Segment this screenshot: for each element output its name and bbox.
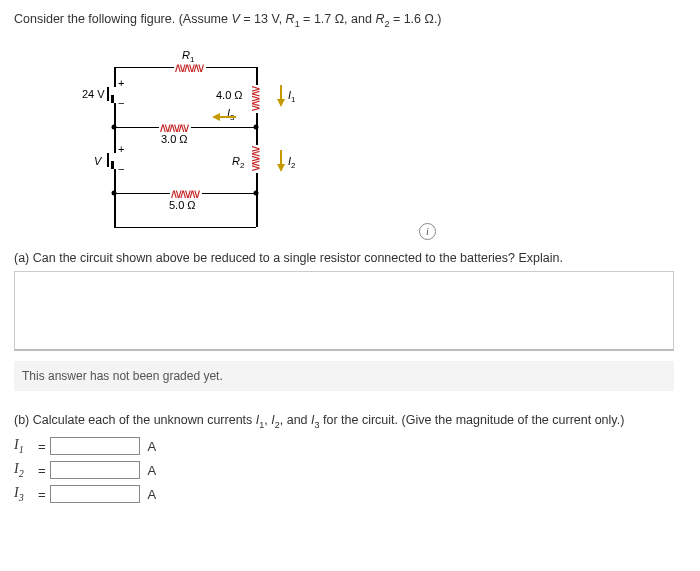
row-i3: I3 = A: [14, 485, 686, 503]
label-r2: R2: [232, 155, 244, 170]
wire: [114, 193, 170, 195]
resistor-5ohm: [170, 190, 198, 198]
battery-v-neg: [111, 161, 114, 169]
input-i3[interactable]: [50, 485, 140, 503]
resistor-3ohm: [159, 124, 187, 132]
node: [254, 190, 259, 195]
part-a-answer-input[interactable]: [14, 271, 674, 351]
label-5ohm: 5.0 Ω: [169, 199, 196, 211]
prompt-R1-eq: =: [300, 12, 314, 26]
resistor-4ohm: [252, 85, 260, 109]
svg-marker-3: [212, 113, 220, 121]
wire: [191, 127, 256, 129]
wire: [114, 67, 174, 69]
wire: [256, 67, 258, 85]
arrow-i3: [212, 112, 236, 122]
resistor-r1: [174, 64, 202, 72]
resistor-r2: [252, 145, 260, 169]
unit-i1: A: [148, 439, 157, 454]
input-i1[interactable]: [50, 437, 140, 455]
label-i1: I1: [288, 89, 295, 104]
wire: [256, 127, 258, 145]
prompt-V-eq: =: [240, 12, 254, 26]
prompt-R2-val: 1.6 Ω: [404, 12, 434, 26]
grade-status: This answer has not been graded yet.: [14, 361, 674, 391]
label-4ohm: 4.0 Ω: [216, 89, 243, 101]
prompt-sep1: ,: [279, 12, 286, 26]
prompt-R1-val: 1.7 Ω: [314, 12, 344, 26]
unit-i2: A: [148, 463, 157, 478]
label-24v: 24 V: [82, 88, 105, 100]
arrow-i1: [276, 85, 286, 107]
wire: [114, 127, 159, 129]
label-r1: R1: [182, 49, 194, 64]
battery-24v-pos: [107, 87, 109, 101]
battery-v-minus: −: [118, 163, 124, 175]
circuit-figure: R1 4.0 Ω I1 3.0 Ω I3 R2 I2: [84, 35, 324, 245]
row-i1: I1 = A: [14, 437, 686, 455]
node: [112, 190, 117, 195]
wire: [202, 193, 256, 195]
prompt-sep2: , and: [344, 12, 375, 26]
battery-24v-neg: [111, 95, 114, 103]
label-v: V: [94, 155, 101, 167]
input-i2[interactable]: [50, 461, 140, 479]
arrow-i2: [276, 150, 286, 172]
part-a-question: (a) Can the circuit shown above be reduc…: [14, 251, 686, 265]
info-icon[interactable]: i: [419, 223, 436, 240]
prompt-close: .): [434, 12, 442, 26]
part-b-question: (b) Calculate each of the unknown curren…: [14, 413, 686, 430]
battery-v-plus: +: [118, 143, 124, 155]
prompt-intro: Consider the following figure. (Assume: [14, 12, 231, 26]
row-i2: I2 = A: [14, 461, 686, 479]
prompt-R2-eq: =: [389, 12, 403, 26]
wire: [206, 67, 256, 69]
battery-24v-plus: +: [118, 77, 124, 89]
battery-24v-minus: −: [118, 97, 124, 109]
wire: [114, 227, 256, 229]
label-i2: I2: [288, 155, 295, 170]
svg-marker-5: [277, 164, 285, 172]
prompt-V-lhs: V: [231, 12, 239, 26]
label-3ohm: 3.0 Ω: [161, 133, 188, 145]
svg-marker-1: [277, 99, 285, 107]
problem-prompt: Consider the following figure. (Assume V…: [14, 12, 686, 29]
prompt-R1-lhs: R: [286, 12, 295, 26]
prompt-V-val: 13 V: [254, 12, 279, 26]
node: [112, 124, 117, 129]
unit-i3: A: [148, 487, 157, 502]
battery-v-pos: [107, 153, 109, 167]
wire: [256, 193, 258, 227]
